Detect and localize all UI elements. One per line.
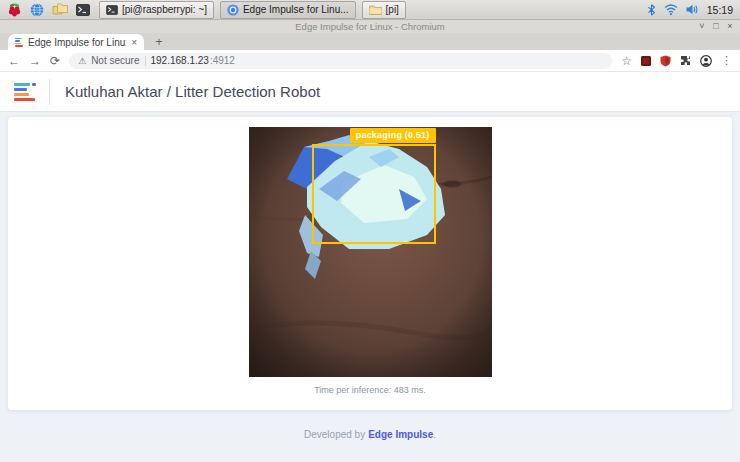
reload-button[interactable]: ⟳ xyxy=(50,55,60,67)
tab-strip: Edge Impulse for Linux × + xyxy=(0,33,740,50)
taskbar: [pi@raspberrypi: ~] Edge Impulse for Lin… xyxy=(0,0,740,20)
omnibox-divider xyxy=(145,56,146,66)
tab-title: Edge Impulse for Linux xyxy=(28,37,126,48)
extension-shield-button[interactable] xyxy=(660,55,671,67)
browser-toolbar: ← → ⟳ ⚠ Not secure 192.168.1.23 :4912 ☆ xyxy=(0,50,740,72)
inference-time: Time per inference: 483 ms. xyxy=(8,385,732,395)
desktop: [pi@raspberrypi: ~] Edge Impulse for Lin… xyxy=(0,0,740,462)
terminal-icon xyxy=(106,5,118,15)
edge-impulse-logo[interactable] xyxy=(14,83,36,101)
window-title: Edge Impulse for Linux - Chromium xyxy=(0,20,740,33)
raspberry-menu-button[interactable] xyxy=(4,1,24,19)
not-secure-warning-icon: ⚠ xyxy=(78,56,86,66)
page-footer: Developed byEdge Impulse. xyxy=(0,429,740,440)
task-window-label: [pi@raspberrypi: ~] xyxy=(122,4,207,15)
shield-icon xyxy=(660,55,671,67)
tab-close-button[interactable]: × xyxy=(131,37,137,48)
taskbar-window-chromium[interactable]: Edge Impulse for Linu... xyxy=(220,1,356,19)
web-page: Kutluhan Aktar / Litter Detection Robot xyxy=(0,72,740,462)
header-divider xyxy=(49,79,50,105)
extension-red-square-button[interactable] xyxy=(641,56,651,66)
file-manager-launcher-button[interactable] xyxy=(50,1,70,19)
folder-icon xyxy=(369,4,382,15)
extensions-puzzle-button[interactable] xyxy=(680,55,691,66)
edge-impulse-favicon xyxy=(15,38,23,47)
folders-icon xyxy=(52,3,68,16)
detection-label: packaging (0.51) xyxy=(350,128,436,143)
profile-icon xyxy=(700,55,712,67)
window-minimize-button[interactable]: ˅ xyxy=(696,20,708,33)
red-square-extension-icon xyxy=(641,56,651,66)
bookmark-star-button[interactable]: ☆ xyxy=(621,55,632,67)
project-title: Kutluhan Aktar / Litter Detection Robot xyxy=(65,83,320,100)
bluetooth-icon[interactable] xyxy=(647,4,656,16)
address-bar[interactable]: ⚠ Not secure 192.168.1.23 :4912 xyxy=(69,53,612,69)
window-close-button[interactable]: × xyxy=(724,20,736,33)
task-window-label: [pi] xyxy=(386,4,399,15)
security-label: Not secure xyxy=(91,55,139,66)
footer-period: . xyxy=(433,429,436,440)
url-host: 192.168.1.23 xyxy=(151,55,209,66)
window-maximize-button[interactable]: □ xyxy=(710,20,722,33)
browser-menu-button[interactable]: ⋮ xyxy=(721,55,732,66)
camera-view: packaging (0.51) xyxy=(249,127,492,377)
back-button[interactable]: ← xyxy=(8,55,20,67)
window-titlebar: Edge Impulse for Linux - Chromium ˅ □ × xyxy=(0,20,740,33)
raspberry-icon xyxy=(8,3,21,17)
browser-launcher-button[interactable] xyxy=(27,1,47,19)
camera-card: packaging (0.51) Time per inference: 483… xyxy=(8,117,732,410)
tab-edge-impulse[interactable]: Edge Impulse for Linux × xyxy=(8,34,144,50)
terminal-launcher-button[interactable] xyxy=(73,1,93,19)
edge-impulse-link[interactable]: Edge Impulse xyxy=(368,429,433,440)
system-tray: 15:19 xyxy=(647,4,736,16)
new-tab-button[interactable]: + xyxy=(152,35,166,49)
globe-icon xyxy=(30,3,44,17)
volume-icon[interactable] xyxy=(686,4,699,15)
wifi-icon[interactable] xyxy=(664,4,678,15)
footer-text: Developed by xyxy=(304,429,365,440)
taskbar-window-filemanager[interactable]: [pi] xyxy=(362,1,406,19)
profile-button[interactable] xyxy=(700,55,712,67)
chromium-icon xyxy=(227,4,239,16)
forward-button[interactable]: → xyxy=(29,55,41,67)
clock[interactable]: 15:19 xyxy=(707,4,733,16)
terminal-icon xyxy=(76,4,90,16)
page-header: Kutluhan Aktar / Litter Detection Robot xyxy=(0,72,740,112)
url-port: :4912 xyxy=(210,55,235,66)
detection-bounding-box xyxy=(312,144,436,244)
task-window-label: Edge Impulse for Linu... xyxy=(243,4,349,15)
taskbar-window-terminal[interactable]: [pi@raspberrypi: ~] xyxy=(99,1,214,19)
puzzle-icon xyxy=(680,55,691,66)
